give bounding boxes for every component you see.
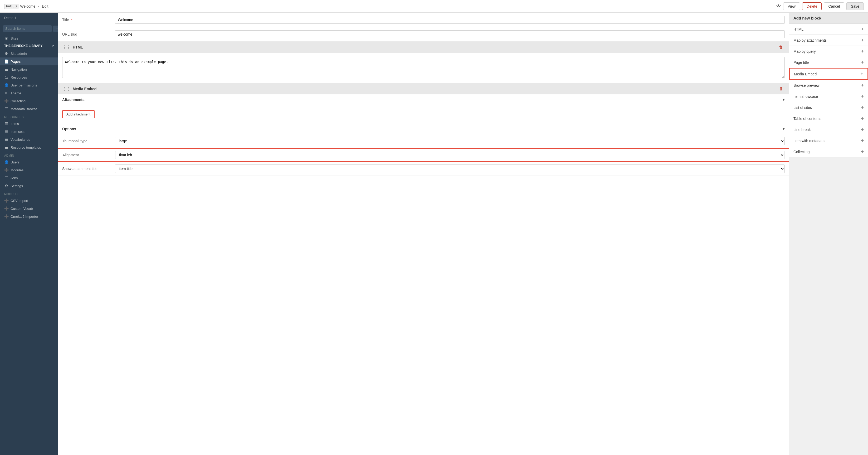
site-name-label: THE BEINECKE LIBRARY [4, 44, 43, 48]
block-type-add-icon-media-embed[interactable]: + [860, 71, 863, 77]
sidebar-item-custom-vocab[interactable]: ➕ Custom Vocab [0, 205, 58, 212]
sidebar-item-modules[interactable]: ➕ Modules [0, 166, 58, 174]
block-type-browse-preview[interactable]: Browse preview + [789, 80, 868, 91]
html-block-header[interactable]: ⋮⋮ HTML 🗑 [58, 42, 789, 53]
block-type-add-icon-html[interactable]: + [861, 26, 864, 32]
resources-icon: 🗂 [4, 75, 8, 79]
sidebar-item-navigation[interactable]: ☰ Navigation [0, 65, 58, 73]
sidebar-item-settings[interactable]: ⚙ Settings [0, 182, 58, 190]
delete-button[interactable]: Delete [802, 2, 822, 10]
block-type-list-of-sites[interactable]: List of sites + [789, 102, 868, 113]
view-button[interactable]: View [783, 2, 800, 10]
sidebar-item-pages[interactable]: 📄 Pages [0, 58, 58, 65]
admin-section-header: ADMIN [0, 151, 58, 158]
block-type-add-icon-line-break[interactable]: + [861, 127, 864, 132]
url-slug-input[interactable] [115, 30, 785, 38]
user-permissions-icon: 👤 [4, 83, 8, 87]
sidebar-item-csv-import[interactable]: ➕ CSV Import [0, 196, 58, 205]
modules-label: Modules [10, 168, 24, 172]
html-block-delete-button[interactable]: 🗑 [777, 44, 785, 50]
csv-import-icon: ➕ [4, 199, 8, 203]
block-type-label-table-of-contents: Table of contents [794, 117, 822, 121]
media-embed-block-delete-button[interactable]: 🗑 [777, 86, 785, 92]
sites-label: Sites [10, 36, 18, 40]
sidebar-item-sites[interactable]: ▣ Sites [0, 34, 58, 42]
block-type-add-icon-table-of-contents[interactable]: + [861, 116, 864, 121]
vocabularies-icon: ☰ [4, 138, 8, 142]
sidebar-item-metadata-browse[interactable]: ☰ Metadata Browse [0, 105, 58, 113]
title-required: * [71, 18, 72, 22]
block-type-html[interactable]: HTML + [789, 24, 868, 35]
topbar: PAGES Welcome • Edit 👁 View Delete Cance… [0, 0, 868, 13]
right-panel-header: Add new block [789, 13, 868, 24]
block-type-map-by-attachments[interactable]: Map by attachments + [789, 35, 868, 46]
collecting-icon: ➕ [4, 99, 8, 103]
sidebar-item-users[interactable]: 👤 Users [0, 158, 58, 166]
block-type-item-with-metadata[interactable]: Item with metadata + [789, 135, 868, 146]
options-content: Thumbnail type large medium square Align… [58, 134, 789, 176]
collecting-label: Collecting [10, 99, 26, 103]
block-type-page-title[interactable]: Page title + [789, 57, 868, 68]
add-attachment-button[interactable]: Add attachment [62, 110, 95, 118]
sidebar-item-resource-templates[interactable]: ☰ Resource templates [0, 143, 58, 151]
page-editor: Title * URL slug ⋮⋮ HTML 🗑 [58, 13, 789, 176]
html-block-label: HTML [73, 45, 83, 49]
external-link-icon[interactable]: ↗ [51, 44, 54, 48]
metadata-browse-label: Metadata Browse [10, 107, 37, 111]
sidebar-item-resources[interactable]: 🗂 Resources [0, 73, 58, 81]
save-button[interactable]: Save [846, 2, 864, 10]
sidebar-item-vocabularies[interactable]: ☰ Vocabularies [0, 135, 58, 143]
url-slug-row: URL slug [58, 27, 789, 42]
block-type-add-icon-page-title[interactable]: + [861, 60, 864, 65]
sidebar-item-items[interactable]: ☰ Items [0, 120, 58, 128]
sidebar-item-jobs[interactable]: ☰ Jobs [0, 174, 58, 182]
sidebar-item-user-permissions[interactable]: 👤 User permissions [0, 81, 58, 89]
navigation-label: Navigation [10, 67, 27, 71]
sidebar-item-collecting[interactable]: ➕ Collecting [0, 97, 58, 105]
sidebar-item-omeka-importer[interactable]: ➕ Omeka 2 Importer [0, 212, 58, 220]
thumbnail-type-label: Thumbnail type [62, 139, 115, 143]
block-type-map-by-query[interactable]: Map by query + [789, 46, 868, 57]
settings-label: Settings [10, 184, 23, 188]
block-type-add-icon-map-by-attachments[interactable]: + [861, 37, 864, 43]
block-type-media-embed[interactable]: Media Embed + [789, 68, 868, 80]
block-type-add-icon-collecting[interactable]: + [861, 149, 864, 154]
title-label: Title * [62, 18, 115, 22]
html-content-textarea[interactable]: Welcome to your new site. This is an exa… [62, 57, 785, 78]
search-more-button[interactable]: ··· [53, 26, 58, 32]
main-layout: Demo 1 ··· 🔍 ▣ Sites THE BEINECKE LIBRAR… [0, 13, 868, 455]
users-label: Users [10, 160, 20, 164]
block-type-table-of-contents[interactable]: Table of contents + [789, 113, 868, 124]
show-title-select[interactable]: item title none [115, 164, 785, 173]
block-type-add-icon-browse-preview[interactable]: + [861, 83, 864, 88]
topbar-actions: 👁 View Delete Cancel Save [776, 2, 864, 10]
sidebar-item-site-admin[interactable]: ⚙ Site admin [0, 50, 58, 58]
cancel-button[interactable]: Cancel [824, 2, 844, 10]
block-type-line-break[interactable]: Line break + [789, 124, 868, 135]
block-type-item-showcase[interactable]: Item showcase + [789, 91, 868, 102]
content-area: Title * URL slug ⋮⋮ HTML 🗑 [58, 13, 789, 455]
search-input[interactable] [3, 25, 52, 32]
preview-icon[interactable]: 👁 [776, 3, 781, 9]
options-row[interactable]: Options ▾ [58, 124, 789, 134]
alignment-row: Alignment float left float right center … [58, 148, 789, 162]
block-type-add-icon-list-of-sites[interactable]: + [861, 105, 864, 110]
media-embed-block-label: Media Embed [73, 87, 96, 91]
block-type-label-map-by-query: Map by query [794, 49, 816, 54]
theme-label: Theme [10, 91, 21, 95]
sidebar-item-item-sets[interactable]: ☰ Item sets [0, 128, 58, 135]
block-type-collecting[interactable]: Collecting + [789, 146, 868, 157]
title-input[interactable] [115, 16, 785, 24]
block-type-add-icon-map-by-query[interactable]: + [861, 49, 864, 54]
media-embed-block-header[interactable]: ⋮⋮ Media Embed 🗑 [58, 83, 789, 94]
attachments-row[interactable]: Attachments ▾ [58, 94, 789, 105]
block-type-add-icon-item-with-metadata[interactable]: + [861, 138, 864, 143]
block-type-label-collecting: Collecting [794, 150, 809, 154]
thumbnail-type-select[interactable]: large medium square [115, 137, 785, 145]
alignment-select[interactable]: float left float right center none [115, 151, 784, 159]
url-slug-label: URL slug [62, 32, 115, 36]
sidebar-item-theme[interactable]: ✏ Theme [0, 89, 58, 97]
block-type-add-icon-item-showcase[interactable]: + [861, 94, 864, 99]
items-icon: ☰ [4, 122, 8, 126]
resource-templates-label: Resource templates [10, 146, 41, 149]
